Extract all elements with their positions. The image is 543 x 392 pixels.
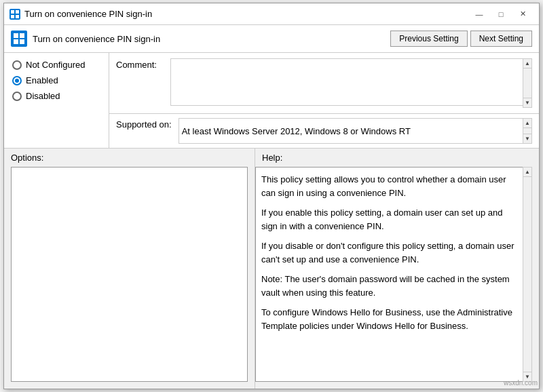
content-area: Not Configured Enabled Disabled Comment: xyxy=(4,53,539,389)
radio-panel: Not Configured Enabled Disabled xyxy=(4,53,109,148)
right-panel: Comment: ▲ ▼ Supported on: At least xyxy=(109,53,539,148)
svg-rect-1 xyxy=(16,10,19,14)
top-section: Not Configured Enabled Disabled Comment: xyxy=(4,53,539,149)
radio-circle-enabled xyxy=(12,76,22,85)
window-icon xyxy=(10,9,20,20)
radio-circle-disabled xyxy=(12,92,22,101)
svg-rect-4 xyxy=(14,33,18,38)
svg-rect-3 xyxy=(16,15,19,18)
header-bar: Turn on convenience PIN sign-in Previous… xyxy=(4,25,539,53)
scrollbar-up-arrow[interactable]: ▲ xyxy=(523,59,531,68)
close-button[interactable]: ✕ xyxy=(512,7,533,22)
supported-label: Supported on: xyxy=(116,118,172,130)
svg-rect-2 xyxy=(11,15,14,18)
bottom-section: Options: Help: This policy setting allow… xyxy=(4,149,539,389)
help-scrollbar[interactable]: ▲ ▼ xyxy=(523,167,532,382)
radio-label-enabled: Enabled xyxy=(26,75,58,85)
window-title: Turn on convenience PIN sign-in xyxy=(24,9,152,19)
radio-enabled[interactable]: Enabled xyxy=(12,75,100,85)
options-box xyxy=(11,167,248,382)
supported-scrollbar[interactable]: ▲ ▼ xyxy=(523,118,532,144)
header-title: Turn on convenience PIN sign-in xyxy=(33,34,160,44)
help-header: Help: xyxy=(255,149,539,167)
maximize-button[interactable]: □ xyxy=(490,7,512,22)
minimize-button[interactable]: — xyxy=(468,7,490,22)
supported-section: Supported on: At least Windows Server 20… xyxy=(109,114,539,148)
supported-scrollbar-down[interactable]: ▼ xyxy=(523,134,531,143)
help-scrollbar-up[interactable]: ▲ xyxy=(523,168,531,177)
comment-scrollbar[interactable]: ▲ ▼ xyxy=(523,58,532,108)
svg-rect-7 xyxy=(20,39,24,44)
title-bar-left: Turn on convenience PIN sign-in xyxy=(10,9,152,20)
scrollbar-down-arrow[interactable]: ▼ xyxy=(523,98,531,107)
help-box-container: This policy setting allows you to contro… xyxy=(255,167,532,382)
help-panel: Help: This policy setting allows you to … xyxy=(255,149,539,389)
window-controls: — □ ✕ xyxy=(468,7,533,22)
next-setting-button[interactable]: Next Setting xyxy=(470,31,532,47)
main-window: Turn on convenience PIN sign-in — □ ✕ Tu… xyxy=(3,3,540,389)
radio-label-not-configured: Not Configured xyxy=(26,60,85,70)
radio-circle-not-configured xyxy=(12,60,22,70)
supported-scrollbar-up[interactable]: ▲ xyxy=(523,119,531,128)
comment-label: Comment: xyxy=(116,58,164,108)
title-bar: Turn on convenience PIN sign-in — □ ✕ xyxy=(4,3,539,25)
header-icon xyxy=(11,31,27,47)
radio-not-configured[interactable]: Not Configured xyxy=(12,60,100,70)
radio-label-disabled: Disabled xyxy=(26,91,60,101)
svg-rect-6 xyxy=(14,39,18,44)
help-scrollbar-down[interactable]: ▼ xyxy=(523,372,531,381)
options-panel: Options: xyxy=(4,149,255,389)
previous-setting-button[interactable]: Previous Setting xyxy=(390,31,467,47)
radio-disabled[interactable]: Disabled xyxy=(12,91,100,101)
comment-input[interactable] xyxy=(170,58,532,106)
svg-rect-5 xyxy=(20,33,24,38)
help-text: This policy setting allows you to contro… xyxy=(261,173,518,332)
svg-rect-0 xyxy=(11,10,14,14)
header-buttons: Previous Setting Next Setting xyxy=(390,31,532,47)
supported-value-container: At least Windows Server 2012, Windows 8 … xyxy=(179,118,532,144)
header-left: Turn on convenience PIN sign-in xyxy=(11,31,160,47)
comment-section: Comment: ▲ ▼ xyxy=(109,53,539,114)
help-box: This policy setting allows you to contro… xyxy=(255,167,532,382)
comment-box-container: ▲ ▼ xyxy=(170,58,532,108)
options-header: Options: xyxy=(4,149,255,167)
supported-value: At least Windows Server 2012, Windows 8 … xyxy=(179,118,532,144)
